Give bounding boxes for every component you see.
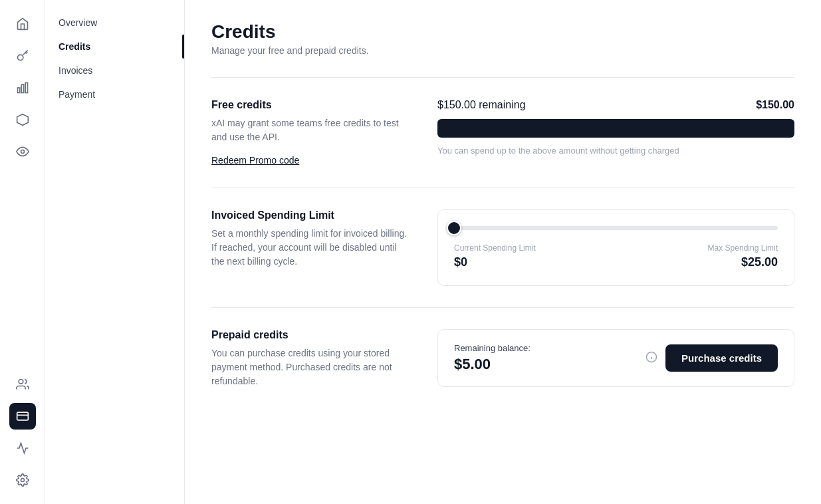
main-content: Credits Manage your free and prepaid cre… [185, 0, 821, 504]
slider-thumb[interactable] [447, 221, 461, 235]
credits-amount-label: $150.00 [756, 99, 794, 111]
eye-icon[interactable] [9, 138, 36, 165]
page-subtitle: Manage your free and prepaid credits. [211, 45, 794, 56]
svg-rect-7 [17, 412, 28, 420]
nav-item-overview[interactable]: Overview [45, 11, 184, 35]
svg-point-9 [21, 479, 24, 482]
current-spending-label-item: Current Spending Limit $0 [454, 243, 536, 269]
spending-card: Current Spending Limit $0 Max Spending L… [437, 209, 794, 286]
sidebar [0, 0, 45, 504]
activity-icon[interactable] [9, 435, 36, 461]
prepaid-credits-section: Prepaid credits You can purchase credits… [211, 329, 794, 388]
hexagon-icon[interactable] [9, 106, 36, 133]
max-spending-value: $25.00 [708, 255, 778, 269]
credits-note: You can spend up to the above amount wit… [437, 146, 794, 156]
redeem-promo-link[interactable]: Redeem Promo code [211, 155, 299, 166]
free-credits-description: xAI may grant some teams free credits to… [211, 116, 411, 144]
nav-item-credits[interactable]: Credits [45, 35, 184, 59]
credits-remaining-label: $150.00 remaining [437, 99, 526, 111]
nav-panel: Overview Credits Invoices Payment [45, 0, 185, 504]
spending-labels: Current Spending Limit $0 Max Spending L… [454, 243, 778, 269]
max-spending-label: Max Spending Limit [708, 243, 778, 253]
free-credits-section: Free credits xAI may grant some teams fr… [211, 99, 794, 166]
invoiced-spending-section: Invoiced Spending Limit Set a monthly sp… [211, 209, 794, 286]
purchase-credits-button[interactable]: Purchase credits [665, 344, 778, 372]
prepaid-credits-right: Remaining balance: $5.00 Purchase credit… [437, 329, 794, 387]
prepaid-right-actions: Purchase credits [645, 344, 778, 372]
invoiced-spending-title: Invoiced Spending Limit [211, 209, 411, 221]
svg-rect-1 [17, 88, 19, 93]
balance-label: Remaining balance: [454, 343, 530, 353]
page-title: Credits [211, 21, 794, 43]
free-credits-right: $150.00 remaining $150.00 You can spend … [437, 99, 794, 156]
prepaid-credits-title: Prepaid credits [211, 329, 411, 341]
billing-icon[interactable] [9, 403, 36, 430]
prepaid-credits-description: You can purchase credits using your stor… [211, 346, 411, 388]
nav-item-payment[interactable]: Payment [45, 82, 184, 106]
current-spending-value: $0 [454, 255, 536, 269]
info-icon[interactable] [645, 351, 657, 366]
balance-amount: $5.00 [454, 356, 530, 373]
free-credits-left: Free credits xAI may grant some teams fr… [211, 99, 411, 166]
free-credits-progress-bar [437, 119, 794, 138]
current-spending-label: Current Spending Limit [454, 243, 536, 253]
invoiced-spending-right: Current Spending Limit $0 Max Spending L… [437, 209, 794, 286]
svg-point-0 [17, 55, 23, 60]
svg-point-5 [21, 150, 24, 154]
invoiced-spending-left: Invoiced Spending Limit Set a monthly sp… [211, 209, 411, 269]
users-icon[interactable] [9, 371, 36, 398]
home-icon[interactable] [9, 11, 36, 37]
key-icon[interactable] [9, 43, 36, 69]
chart-icon[interactable] [9, 74, 36, 101]
free-credits-title: Free credits [211, 99, 411, 111]
slider-track [454, 226, 778, 230]
spending-slider-container [454, 226, 778, 230]
svg-rect-3 [25, 83, 27, 93]
max-spending-label-item: Max Spending Limit $25.00 [708, 243, 778, 269]
prepaid-card: Remaining balance: $5.00 Purchase credit… [437, 329, 794, 387]
settings-icon[interactable] [9, 467, 36, 493]
credits-header: $150.00 remaining $150.00 [437, 99, 794, 111]
divider-2 [211, 188, 794, 188]
divider-3 [211, 307, 794, 308]
balance-info: Remaining balance: $5.00 [454, 343, 530, 373]
nav-item-invoices[interactable]: Invoices [45, 59, 184, 82]
svg-rect-2 [21, 84, 23, 93]
svg-point-6 [19, 380, 23, 384]
invoiced-spending-description: Set a monthly spending limit for invoice… [211, 227, 411, 269]
prepaid-credits-left: Prepaid credits You can purchase credits… [211, 329, 411, 388]
divider-1 [211, 77, 794, 78]
svg-marker-4 [17, 114, 28, 126]
